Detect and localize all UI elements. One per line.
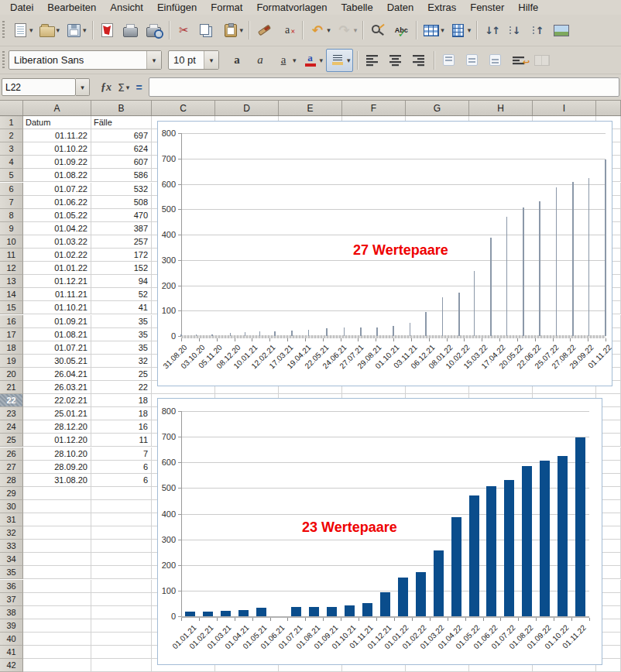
toolbar-drag-handle[interactable] bbox=[2, 21, 5, 39]
cell-a9[interactable]: 01.04.22 bbox=[23, 222, 91, 235]
cell-b38[interactable] bbox=[91, 606, 152, 619]
cell-b26[interactable]: 7 bbox=[91, 447, 152, 461]
column-header-corner[interactable] bbox=[0, 101, 23, 115]
row-header-7[interactable]: 7 bbox=[0, 196, 23, 209]
align-center-button[interactable] bbox=[385, 50, 407, 71]
cell-a23[interactable]: 25.01.21 bbox=[23, 407, 91, 420]
cell-b18[interactable]: 35 bbox=[91, 341, 152, 355]
row-header-18[interactable]: 18 bbox=[0, 341, 23, 355]
cell-a14[interactable]: 01.11.21 bbox=[23, 288, 91, 301]
cut-button[interactable]: ✂ bbox=[173, 19, 195, 41]
row-header-27[interactable]: 27 bbox=[0, 461, 23, 474]
row-header-22[interactable]: 22 bbox=[0, 394, 23, 407]
row-header-34[interactable]: 34 bbox=[0, 553, 23, 566]
cell-a37[interactable] bbox=[23, 593, 91, 606]
cell-a5[interactable]: 01.08.22 bbox=[23, 169, 91, 182]
row-header-33[interactable]: 33 bbox=[0, 540, 23, 553]
cell-b34[interactable] bbox=[91, 553, 152, 566]
cell-b19[interactable]: 32 bbox=[91, 355, 152, 368]
cell-a31[interactable] bbox=[23, 513, 91, 526]
cell-b33[interactable] bbox=[91, 540, 152, 553]
function-wizard-button[interactable]: ƒx bbox=[101, 81, 112, 94]
cell-a25[interactable]: 01.12.20 bbox=[23, 434, 91, 447]
sort-ascending-button[interactable]: ↓ bbox=[504, 19, 526, 41]
row-header-30[interactable]: 30 bbox=[0, 500, 23, 513]
row-header-37[interactable]: 37 bbox=[0, 593, 23, 606]
cell-a12[interactable]: 01.01.22 bbox=[23, 262, 91, 275]
cell-a3[interactable]: 01.10.22 bbox=[23, 142, 91, 156]
cell-a29[interactable] bbox=[23, 487, 91, 500]
row-header-32[interactable]: 32 bbox=[0, 526, 23, 540]
row-header-5[interactable]: 5 bbox=[0, 169, 23, 182]
cell-b5[interactable]: 586 bbox=[91, 169, 152, 182]
sum-button[interactable]: Σ▾ bbox=[118, 81, 129, 94]
cell-b14[interactable]: 52 bbox=[91, 288, 152, 301]
row-header-14[interactable]: 14 bbox=[0, 288, 23, 301]
formula-input-line[interactable] bbox=[149, 77, 619, 97]
menu-item-format[interactable]: Format bbox=[204, 1, 249, 14]
align-left-button[interactable] bbox=[362, 50, 383, 71]
row-header-8[interactable]: 8 bbox=[0, 209, 23, 222]
column-header-b[interactable]: B bbox=[91, 101, 152, 115]
cell-b29[interactable] bbox=[91, 487, 152, 500]
row-header-26[interactable]: 26 bbox=[0, 447, 23, 461]
export-pdf-button[interactable] bbox=[97, 19, 118, 41]
cell-a39[interactable] bbox=[23, 619, 91, 633]
cell-b42[interactable] bbox=[91, 659, 152, 672]
cell-b24[interactable]: 16 bbox=[91, 420, 152, 434]
row-header-38[interactable]: 38 bbox=[0, 606, 23, 619]
cell-b21[interactable]: 22 bbox=[91, 381, 152, 394]
cell-a34[interactable] bbox=[23, 553, 91, 566]
cell-a18[interactable]: 01.07.21 bbox=[23, 341, 91, 355]
chart-27-wertepaare[interactable]: 010020030040050060070080031.08.2003.10.2… bbox=[157, 121, 612, 386]
row-header-17[interactable]: 17 bbox=[0, 328, 23, 341]
cell-a33[interactable] bbox=[23, 540, 91, 553]
cell-a17[interactable]: 01.08.21 bbox=[23, 328, 91, 341]
merge-cells-button[interactable] bbox=[531, 50, 553, 71]
row-header-15[interactable]: 15 bbox=[0, 301, 23, 314]
cell-b20[interactable]: 25 bbox=[91, 368, 152, 381]
cell-a42[interactable] bbox=[23, 659, 91, 672]
column-header-f[interactable]: F bbox=[342, 101, 406, 115]
row-header-1[interactable]: 1 bbox=[0, 116, 23, 129]
cell-b13[interactable]: 94 bbox=[91, 275, 152, 288]
cell-a11[interactable]: 01.02.22 bbox=[23, 249, 91, 262]
cell-a38[interactable] bbox=[23, 606, 91, 619]
row-header-13[interactable]: 13 bbox=[0, 275, 23, 288]
row-header-19[interactable]: 19 bbox=[0, 355, 23, 368]
row-header-36[interactable]: 36 bbox=[0, 580, 23, 593]
cell-b37[interactable] bbox=[91, 593, 152, 606]
row-header-39[interactable]: 39 bbox=[0, 619, 23, 633]
cell-a30[interactable] bbox=[23, 500, 91, 513]
insert-image-button[interactable] bbox=[551, 19, 572, 41]
row-header-25[interactable]: 25 bbox=[0, 434, 23, 447]
cell-a7[interactable]: 01.06.22 bbox=[23, 196, 91, 209]
cell-b27[interactable]: 6 bbox=[91, 461, 152, 474]
redo-button[interactable]: ↷▾ bbox=[334, 19, 359, 41]
open-button[interactable]: ▾ bbox=[36, 19, 62, 41]
sort-descending-button[interactable]: ↑ bbox=[527, 19, 549, 41]
formula-button[interactable]: = bbox=[136, 81, 142, 94]
cell-b23[interactable]: 18 bbox=[91, 407, 152, 420]
chart-23-wertepaare[interactable]: 010020030040050060070080001.01.2101.02.2… bbox=[157, 398, 602, 665]
font-size-combobox[interactable]: 10 pt ▾ bbox=[168, 50, 219, 70]
cell-a26[interactable]: 28.10.20 bbox=[23, 447, 91, 461]
menu-item-ansicht[interactable]: Ansicht bbox=[103, 1, 150, 14]
column-header-i[interactable]: I bbox=[533, 101, 596, 115]
cell-a41[interactable] bbox=[23, 646, 91, 659]
row-header-6[interactable]: 6 bbox=[0, 183, 23, 196]
align-top-button[interactable] bbox=[438, 50, 460, 71]
cell-b35[interactable] bbox=[91, 566, 152, 579]
cell-b30[interactable] bbox=[91, 500, 152, 513]
cell-b7[interactable]: 508 bbox=[91, 196, 152, 209]
row-header-11[interactable]: 11 bbox=[0, 249, 23, 262]
cell-b17[interactable]: 35 bbox=[91, 328, 152, 341]
row-header-31[interactable]: 31 bbox=[0, 513, 23, 526]
menu-item-extras[interactable]: Extras bbox=[420, 1, 463, 14]
row-header-2[interactable]: 2 bbox=[0, 129, 23, 142]
font-name-dropdown-button[interactable]: ▾ bbox=[146, 51, 161, 69]
cell-b32[interactable] bbox=[91, 526, 152, 540]
cell-a15[interactable]: 01.10.21 bbox=[23, 301, 91, 314]
cell-b41[interactable] bbox=[91, 646, 152, 659]
insert-row-button[interactable]: ▾ bbox=[420, 19, 446, 41]
